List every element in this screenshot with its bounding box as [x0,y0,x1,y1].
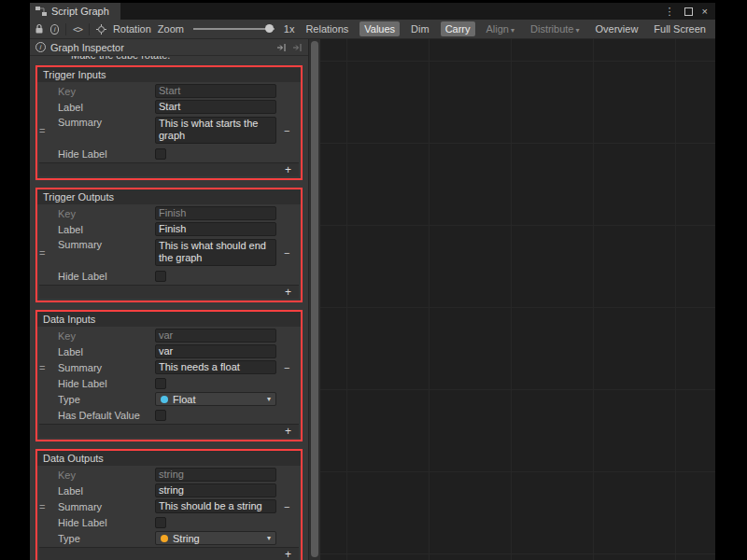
key-row: Key Finish [37,206,295,220]
pin-icon[interactable] [292,43,303,52]
chevron-down-icon: ▾ [511,26,514,35]
add-item-button[interactable]: + [281,548,295,560]
rotation-label: Rotation [113,23,151,35]
unity-window: Script Graph ⋮ × i <> [30,3,715,560]
drag-handle[interactable]: = [39,501,45,512]
graph-toolbar: i <> Rotation Zoom 1x Relations Values D… [30,20,715,39]
inspector-scroll-content: Make the cube rotate. Trigger Inputs Key… [30,56,308,560]
script-graph-icon [35,7,47,16]
maximize-icon[interactable] [684,7,693,16]
remove-item-button[interactable]: − [284,247,289,259]
type-dropdown[interactable]: Float ▾ [155,392,276,406]
align-dropdown[interactable]: Align▾ [482,21,519,36]
graph-description: Make the cube rotate. [71,56,304,61]
remove-item-button[interactable]: − [284,362,289,373]
close-icon[interactable]: × [702,7,708,16]
summary-row: = Summary This needs a float − [37,360,295,374]
window-menu-icon[interactable]: ⋮ [665,7,675,16]
key-row: Key var [37,329,295,343]
dim-button[interactable]: Dim [406,21,434,36]
label-row: Label Start [37,100,295,114]
summary-field[interactable]: This is what starts the graph [155,117,276,144]
graph-canvas[interactable] [320,39,715,560]
label-field[interactable]: string [155,483,276,497]
label-label: Label [37,485,155,497]
label-field[interactable]: Start [155,100,276,114]
key-field[interactable]: var [155,329,276,343]
hide-label-row: Hide Label [37,269,295,283]
key-row: Key string [37,468,295,482]
label-row: Label string [37,483,295,497]
label-field[interactable]: Finish [155,222,276,236]
type-row: Type Float ▾ [37,392,295,406]
hide-label-row: Hide Label [37,515,295,529]
hide-label-checkbox[interactable] [155,517,166,528]
rotation-icon [96,24,106,35]
section-title: Data Outputs [37,451,301,466]
tab-bar: Script Graph ⋮ × [30,3,715,20]
inspector-scrollbar[interactable] [308,39,320,560]
chevron-down-icon: ▾ [575,26,579,35]
graph-inspector-header: i Graph Inspector [30,39,308,56]
carry-button[interactable]: Carry [441,21,475,36]
summary-label: Summary [37,501,155,512]
zoom-slider-knob[interactable] [265,24,274,33]
type-label: Type [37,533,155,544]
key-field[interactable]: string [155,468,276,482]
summary-field[interactable]: This is what should end the graph [155,239,276,266]
tab-title: Script Graph [51,6,109,17]
key-label: Key [37,208,155,219]
zoom-value: 1x [284,23,295,35]
label-field[interactable]: var [155,344,276,358]
values-button[interactable]: Values [359,21,400,36]
drag-handle[interactable]: = [39,247,45,259]
info-icon[interactable]: i [50,24,59,35]
graph-inspector-title: Graph Inspector [50,42,124,53]
has-default-checkbox[interactable] [155,410,166,421]
hide-label-checkbox[interactable] [155,148,166,160]
add-item-button[interactable]: + [281,163,295,176]
drag-handle[interactable]: = [39,125,45,136]
summary-row: = Summary This should be a string − [37,499,295,513]
key-label: Key [37,469,155,481]
chevron-down-icon: ▾ [267,395,271,403]
hide-label-label: Hide Label [37,148,155,160]
has-default-row: Has Default Value [37,408,295,422]
section-data-inputs: Data Inputs Key var Label var = Summary [35,310,303,441]
hide-label-checkbox[interactable] [155,378,166,389]
add-item-button[interactable]: + [281,425,295,438]
summary-label: Summary [37,238,155,250]
section-trigger-outputs: Trigger Outputs Key Finish Label Finish … [35,188,303,302]
hide-label-row: Hide Label [37,147,295,161]
tab-script-graph[interactable]: Script Graph [30,3,120,20]
key-row: Key Start [37,84,295,98]
summary-label: Summary [37,362,155,373]
type-dropdown[interactable]: String ▾ [155,531,276,545]
fullscreen-button[interactable]: Full Screen [649,21,711,36]
section-footer: + [39,162,299,176]
float-type-icon [161,396,168,403]
distribute-dropdown[interactable]: Distribute▾ [526,21,584,36]
summary-field[interactable]: This should be a string [155,499,276,513]
dock-right-icon[interactable] [276,43,287,52]
code-icon[interactable]: <> [73,24,82,35]
drag-handle[interactable]: = [39,362,45,373]
info-icon: i [35,42,46,52]
section-footer: + [39,547,299,560]
summary-field[interactable]: This needs a float [155,360,276,374]
scrollbar-thumb[interactable] [311,41,318,557]
relations-button[interactable]: Relations [301,21,353,36]
lock-icon[interactable] [35,23,44,35]
remove-item-button[interactable]: − [284,125,289,136]
add-item-button[interactable]: + [281,286,295,299]
remove-item-button[interactable]: − [284,501,289,512]
key-field[interactable]: Finish [155,206,276,220]
hide-label-label: Hide Label [37,271,155,282]
label-label: Label [37,102,155,113]
graph-inspector-panel: i Graph Inspector [30,39,308,560]
section-title: Trigger Outputs [37,189,301,204]
overview-button[interactable]: Overview [591,21,643,36]
key-field[interactable]: Start [155,84,276,98]
zoom-slider[interactable] [193,28,275,30]
hide-label-checkbox[interactable] [155,271,166,282]
